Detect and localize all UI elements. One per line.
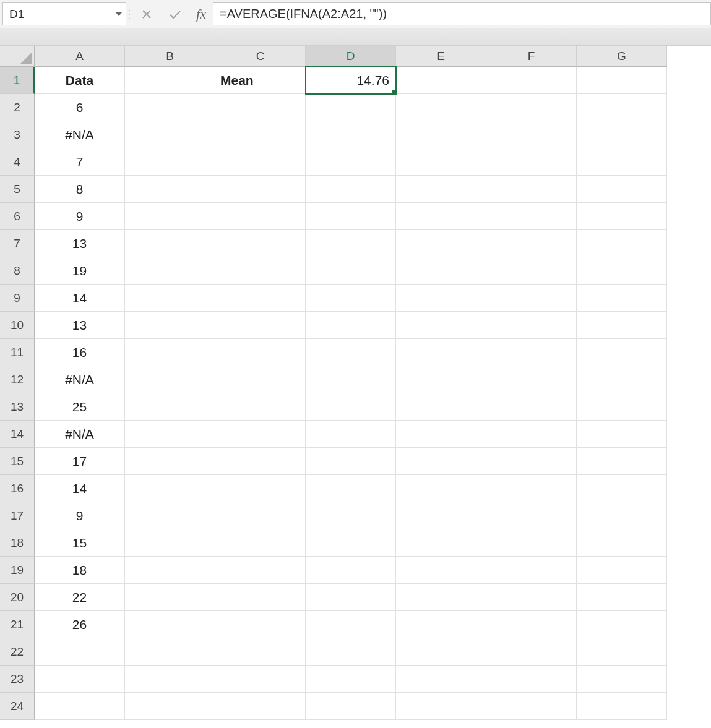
cell-B20[interactable] bbox=[125, 584, 215, 611]
cell-B9[interactable] bbox=[125, 285, 215, 312]
cell-A14[interactable]: #N/A bbox=[35, 421, 125, 448]
cell-A20[interactable]: 22 bbox=[35, 584, 125, 611]
cell-F5[interactable] bbox=[486, 176, 577, 203]
cell-C14[interactable] bbox=[215, 421, 306, 448]
cell-A15[interactable]: 17 bbox=[35, 448, 125, 475]
cell-G20[interactable] bbox=[577, 584, 667, 611]
cell-C16[interactable] bbox=[215, 475, 306, 502]
cell-A3[interactable]: #N/A bbox=[35, 121, 125, 148]
cell-F20[interactable] bbox=[486, 584, 577, 611]
cell-F6[interactable] bbox=[486, 203, 577, 230]
cell-E12[interactable] bbox=[396, 366, 486, 393]
row-header-12[interactable]: 12 bbox=[0, 366, 35, 393]
cell-E1[interactable] bbox=[396, 67, 486, 94]
row-header-13[interactable]: 13 bbox=[0, 393, 35, 421]
cell-B18[interactable] bbox=[125, 529, 215, 557]
cell-F9[interactable] bbox=[486, 285, 577, 312]
cell-B11[interactable] bbox=[125, 339, 215, 366]
column-header-F[interactable]: F bbox=[486, 46, 577, 67]
cell-A19[interactable]: 18 bbox=[35, 557, 125, 584]
cell-E24[interactable] bbox=[396, 693, 486, 720]
row-header-24[interactable]: 24 bbox=[0, 693, 35, 720]
cell-E16[interactable] bbox=[396, 475, 486, 502]
cell-B2[interactable] bbox=[125, 94, 215, 121]
fx-icon[interactable]: fx bbox=[189, 0, 213, 28]
cell-G22[interactable] bbox=[577, 638, 667, 666]
cell-G17[interactable] bbox=[577, 502, 667, 529]
cell-F14[interactable] bbox=[486, 421, 577, 448]
row-header-23[interactable]: 23 bbox=[0, 666, 35, 693]
cell-F24[interactable] bbox=[486, 693, 577, 720]
cell-B8[interactable] bbox=[125, 257, 215, 285]
cell-C7[interactable] bbox=[215, 230, 306, 257]
enter-icon[interactable] bbox=[161, 0, 189, 28]
cell-G10[interactable] bbox=[577, 312, 667, 339]
cell-E22[interactable] bbox=[396, 638, 486, 666]
cell-D8[interactable] bbox=[306, 257, 396, 285]
cell-E7[interactable] bbox=[396, 230, 486, 257]
formula-input[interactable]: =AVERAGE(IFNA(A2:A21, "")) bbox=[213, 2, 711, 25]
cell-A12[interactable]: #N/A bbox=[35, 366, 125, 393]
cell-A10[interactable]: 13 bbox=[35, 312, 125, 339]
cell-B14[interactable] bbox=[125, 421, 215, 448]
cell-A6[interactable]: 9 bbox=[35, 203, 125, 230]
cell-G14[interactable] bbox=[577, 421, 667, 448]
cell-B19[interactable] bbox=[125, 557, 215, 584]
cell-A4[interactable]: 7 bbox=[35, 148, 125, 176]
cell-D21[interactable] bbox=[306, 611, 396, 638]
cell-G23[interactable] bbox=[577, 666, 667, 693]
cell-B15[interactable] bbox=[125, 448, 215, 475]
cell-C24[interactable] bbox=[215, 693, 306, 720]
cell-C21[interactable] bbox=[215, 611, 306, 638]
cell-G6[interactable] bbox=[577, 203, 667, 230]
cell-A23[interactable] bbox=[35, 666, 125, 693]
cell-A2[interactable]: 6 bbox=[35, 94, 125, 121]
cell-B13[interactable] bbox=[125, 393, 215, 421]
cell-B16[interactable] bbox=[125, 475, 215, 502]
cell-D23[interactable] bbox=[306, 666, 396, 693]
row-header-20[interactable]: 20 bbox=[0, 584, 35, 611]
cell-A1[interactable]: Data bbox=[35, 67, 125, 94]
cell-B3[interactable] bbox=[125, 121, 215, 148]
cell-B5[interactable] bbox=[125, 176, 215, 203]
cell-G21[interactable] bbox=[577, 611, 667, 638]
row-header-1[interactable]: 1 bbox=[0, 67, 35, 94]
cell-A16[interactable]: 14 bbox=[35, 475, 125, 502]
name-box-value[interactable]: D1 bbox=[3, 7, 112, 21]
row-header-21[interactable]: 21 bbox=[0, 611, 35, 638]
cell-E6[interactable] bbox=[396, 203, 486, 230]
cell-C13[interactable] bbox=[215, 393, 306, 421]
row-header-18[interactable]: 18 bbox=[0, 529, 35, 557]
column-header-B[interactable]: B bbox=[125, 46, 215, 67]
cell-B7[interactable] bbox=[125, 230, 215, 257]
cell-A17[interactable]: 9 bbox=[35, 502, 125, 529]
cell-C19[interactable] bbox=[215, 557, 306, 584]
cell-A7[interactable]: 13 bbox=[35, 230, 125, 257]
cell-C2[interactable] bbox=[215, 94, 306, 121]
cell-B1[interactable] bbox=[125, 67, 215, 94]
row-header-3[interactable]: 3 bbox=[0, 121, 35, 148]
cell-G15[interactable] bbox=[577, 448, 667, 475]
cell-B24[interactable] bbox=[125, 693, 215, 720]
cell-G8[interactable] bbox=[577, 257, 667, 285]
column-header-C[interactable]: C bbox=[215, 46, 306, 67]
cell-D14[interactable] bbox=[306, 421, 396, 448]
row-header-2[interactable]: 2 bbox=[0, 94, 35, 121]
row-header-8[interactable]: 8 bbox=[0, 257, 35, 285]
cell-C15[interactable] bbox=[215, 448, 306, 475]
cell-B12[interactable] bbox=[125, 366, 215, 393]
cell-F19[interactable] bbox=[486, 557, 577, 584]
cell-A18[interactable]: 15 bbox=[35, 529, 125, 557]
cell-E18[interactable] bbox=[396, 529, 486, 557]
cell-A13[interactable]: 25 bbox=[35, 393, 125, 421]
cell-G2[interactable] bbox=[577, 94, 667, 121]
cell-F13[interactable] bbox=[486, 393, 577, 421]
cell-G7[interactable] bbox=[577, 230, 667, 257]
name-box[interactable]: D1 bbox=[2, 2, 126, 25]
cell-E4[interactable] bbox=[396, 148, 486, 176]
cell-G24[interactable] bbox=[577, 693, 667, 720]
cell-A5[interactable]: 8 bbox=[35, 176, 125, 203]
cell-D7[interactable] bbox=[306, 230, 396, 257]
cell-F10[interactable] bbox=[486, 312, 577, 339]
row-header-10[interactable]: 10 bbox=[0, 312, 35, 339]
